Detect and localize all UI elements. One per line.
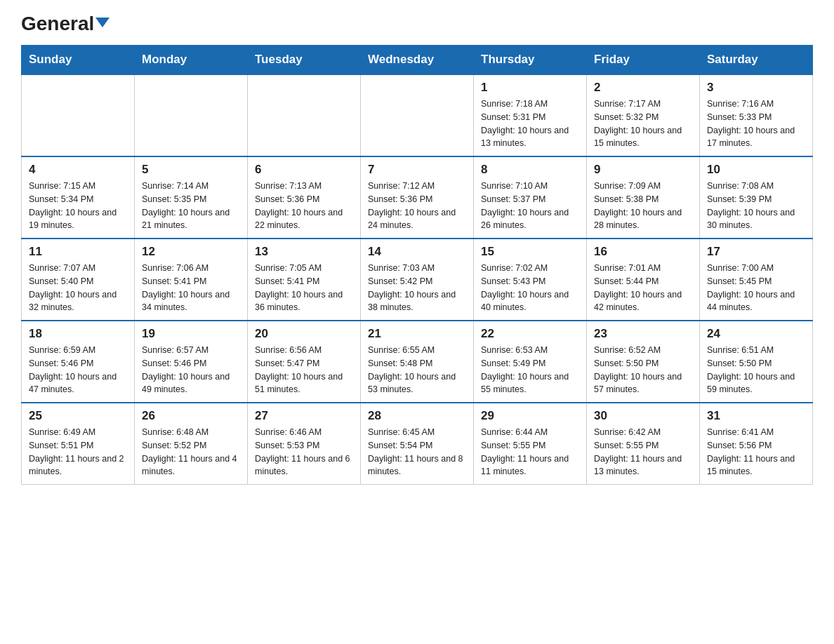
calendar-cell: 12Sunrise: 7:06 AMSunset: 5:41 PMDayligh…	[135, 239, 248, 321]
day-info: Sunrise: 6:49 AMSunset: 5:51 PMDaylight:…	[29, 426, 127, 478]
calendar-cell: 30Sunrise: 6:42 AMSunset: 5:55 PMDayligh…	[587, 403, 700, 485]
day-info: Sunrise: 7:10 AMSunset: 5:37 PMDaylight:…	[481, 180, 579, 232]
calendar-week-row: 4Sunrise: 7:15 AMSunset: 5:34 PMDaylight…	[22, 156, 813, 239]
calendar-cell	[135, 74, 248, 156]
day-info: Sunrise: 6:42 AMSunset: 5:55 PMDaylight:…	[594, 426, 692, 478]
day-number: 6	[255, 163, 353, 177]
day-number: 30	[594, 409, 692, 423]
calendar-cell: 22Sunrise: 6:53 AMSunset: 5:49 PMDayligh…	[474, 321, 587, 403]
day-info: Sunrise: 7:09 AMSunset: 5:38 PMDaylight:…	[594, 180, 692, 232]
day-info: Sunrise: 6:45 AMSunset: 5:54 PMDaylight:…	[368, 426, 466, 478]
calendar-cell: 31Sunrise: 6:41 AMSunset: 5:56 PMDayligh…	[700, 403, 813, 485]
calendar-week-row: 25Sunrise: 6:49 AMSunset: 5:51 PMDayligh…	[22, 403, 813, 485]
day-info: Sunrise: 6:57 AMSunset: 5:46 PMDaylight:…	[142, 344, 240, 396]
calendar-cell: 29Sunrise: 6:44 AMSunset: 5:55 PMDayligh…	[474, 403, 587, 485]
calendar-cell: 8Sunrise: 7:10 AMSunset: 5:37 PMDaylight…	[474, 156, 587, 239]
day-number: 1	[481, 81, 579, 95]
calendar-week-row: 11Sunrise: 7:07 AMSunset: 5:40 PMDayligh…	[22, 239, 813, 321]
calendar-cell: 6Sunrise: 7:13 AMSunset: 5:36 PMDaylight…	[248, 156, 361, 239]
day-info: Sunrise: 7:07 AMSunset: 5:40 PMDaylight:…	[29, 262, 127, 314]
calendar-cell: 15Sunrise: 7:02 AMSunset: 5:43 PMDayligh…	[474, 239, 587, 321]
day-info: Sunrise: 7:12 AMSunset: 5:36 PMDaylight:…	[368, 180, 466, 232]
calendar-cell: 19Sunrise: 6:57 AMSunset: 5:46 PMDayligh…	[135, 321, 248, 403]
logo-triangle-icon	[95, 18, 110, 27]
weekday-header-friday: Friday	[587, 46, 700, 75]
day-number: 9	[594, 163, 692, 177]
calendar-cell: 13Sunrise: 7:05 AMSunset: 5:41 PMDayligh…	[248, 239, 361, 321]
day-info: Sunrise: 6:53 AMSunset: 5:49 PMDaylight:…	[481, 344, 579, 396]
calendar-cell: 9Sunrise: 7:09 AMSunset: 5:38 PMDaylight…	[587, 156, 700, 239]
calendar-cell: 17Sunrise: 7:00 AMSunset: 5:45 PMDayligh…	[700, 239, 813, 321]
day-info: Sunrise: 7:18 AMSunset: 5:31 PMDaylight:…	[481, 98, 579, 150]
calendar-cell: 28Sunrise: 6:45 AMSunset: 5:54 PMDayligh…	[361, 403, 474, 485]
day-number: 16	[594, 245, 692, 259]
day-info: Sunrise: 6:51 AMSunset: 5:50 PMDaylight:…	[707, 344, 805, 396]
calendar-cell: 1Sunrise: 7:18 AMSunset: 5:31 PMDaylight…	[474, 74, 587, 156]
day-number: 17	[707, 245, 805, 259]
day-info: Sunrise: 7:08 AMSunset: 5:39 PMDaylight:…	[707, 180, 805, 232]
day-number: 24	[707, 327, 805, 341]
day-info: Sunrise: 7:06 AMSunset: 5:41 PMDaylight:…	[142, 262, 240, 314]
day-info: Sunrise: 7:15 AMSunset: 5:34 PMDaylight:…	[29, 180, 127, 232]
calendar-cell: 26Sunrise: 6:48 AMSunset: 5:52 PMDayligh…	[135, 403, 248, 485]
weekday-header-sunday: Sunday	[22, 46, 135, 75]
day-number: 8	[481, 163, 579, 177]
day-info: Sunrise: 6:55 AMSunset: 5:48 PMDaylight:…	[368, 344, 466, 396]
day-info: Sunrise: 7:17 AMSunset: 5:32 PMDaylight:…	[594, 98, 692, 150]
day-info: Sunrise: 6:44 AMSunset: 5:55 PMDaylight:…	[481, 426, 579, 478]
calendar-cell: 10Sunrise: 7:08 AMSunset: 5:39 PMDayligh…	[700, 156, 813, 239]
day-info: Sunrise: 7:16 AMSunset: 5:33 PMDaylight:…	[707, 98, 805, 150]
weekday-header-saturday: Saturday	[700, 46, 813, 75]
day-number: 15	[481, 245, 579, 259]
calendar-cell	[361, 74, 474, 156]
day-info: Sunrise: 7:14 AMSunset: 5:35 PMDaylight:…	[142, 180, 240, 232]
day-info: Sunrise: 7:00 AMSunset: 5:45 PMDaylight:…	[707, 262, 805, 314]
day-number: 20	[255, 327, 353, 341]
calendar-table: SundayMondayTuesdayWednesdayThursdayFrid…	[21, 45, 813, 485]
day-info: Sunrise: 7:01 AMSunset: 5:44 PMDaylight:…	[594, 262, 692, 314]
calendar-cell: 2Sunrise: 7:17 AMSunset: 5:32 PMDaylight…	[587, 74, 700, 156]
calendar-cell: 14Sunrise: 7:03 AMSunset: 5:42 PMDayligh…	[361, 239, 474, 321]
weekday-header-row: SundayMondayTuesdayWednesdayThursdayFrid…	[22, 46, 813, 75]
day-info: Sunrise: 6:52 AMSunset: 5:50 PMDaylight:…	[594, 344, 692, 396]
day-info: Sunrise: 7:13 AMSunset: 5:36 PMDaylight:…	[255, 180, 353, 232]
weekday-header-tuesday: Tuesday	[248, 46, 361, 75]
calendar-cell: 23Sunrise: 6:52 AMSunset: 5:50 PMDayligh…	[587, 321, 700, 403]
day-number: 11	[29, 245, 127, 259]
day-number: 2	[594, 81, 692, 95]
day-number: 29	[481, 409, 579, 423]
day-number: 19	[142, 327, 240, 341]
calendar-cell	[248, 74, 361, 156]
calendar-cell: 25Sunrise: 6:49 AMSunset: 5:51 PMDayligh…	[22, 403, 135, 485]
day-info: Sunrise: 6:59 AMSunset: 5:46 PMDaylight:…	[29, 344, 127, 396]
day-number: 26	[142, 409, 240, 423]
logo: General	[21, 14, 110, 31]
day-number: 28	[368, 409, 466, 423]
day-number: 10	[707, 163, 805, 177]
day-info: Sunrise: 7:03 AMSunset: 5:42 PMDaylight:…	[368, 262, 466, 314]
calendar-cell: 24Sunrise: 6:51 AMSunset: 5:50 PMDayligh…	[700, 321, 813, 403]
calendar-week-row: 18Sunrise: 6:59 AMSunset: 5:46 PMDayligh…	[22, 321, 813, 403]
calendar-cell	[22, 74, 135, 156]
weekday-header-wednesday: Wednesday	[361, 46, 474, 75]
day-info: Sunrise: 7:05 AMSunset: 5:41 PMDaylight:…	[255, 262, 353, 314]
day-number: 7	[368, 163, 466, 177]
day-info: Sunrise: 7:02 AMSunset: 5:43 PMDaylight:…	[481, 262, 579, 314]
day-number: 21	[368, 327, 466, 341]
weekday-header-thursday: Thursday	[474, 46, 587, 75]
calendar-week-row: 1Sunrise: 7:18 AMSunset: 5:31 PMDaylight…	[22, 74, 813, 156]
day-number: 22	[481, 327, 579, 341]
day-number: 5	[142, 163, 240, 177]
day-info: Sunrise: 6:48 AMSunset: 5:52 PMDaylight:…	[142, 426, 240, 478]
day-info: Sunrise: 6:46 AMSunset: 5:53 PMDaylight:…	[255, 426, 353, 478]
day-number: 27	[255, 409, 353, 423]
day-info: Sunrise: 6:56 AMSunset: 5:47 PMDaylight:…	[255, 344, 353, 396]
weekday-header-monday: Monday	[135, 46, 248, 75]
calendar-cell: 27Sunrise: 6:46 AMSunset: 5:53 PMDayligh…	[248, 403, 361, 485]
day-number: 31	[707, 409, 805, 423]
day-number: 3	[707, 81, 805, 95]
calendar-cell: 5Sunrise: 7:14 AMSunset: 5:35 PMDaylight…	[135, 156, 248, 239]
logo-general: General	[21, 14, 110, 34]
day-number: 23	[594, 327, 692, 341]
day-number: 4	[29, 163, 127, 177]
